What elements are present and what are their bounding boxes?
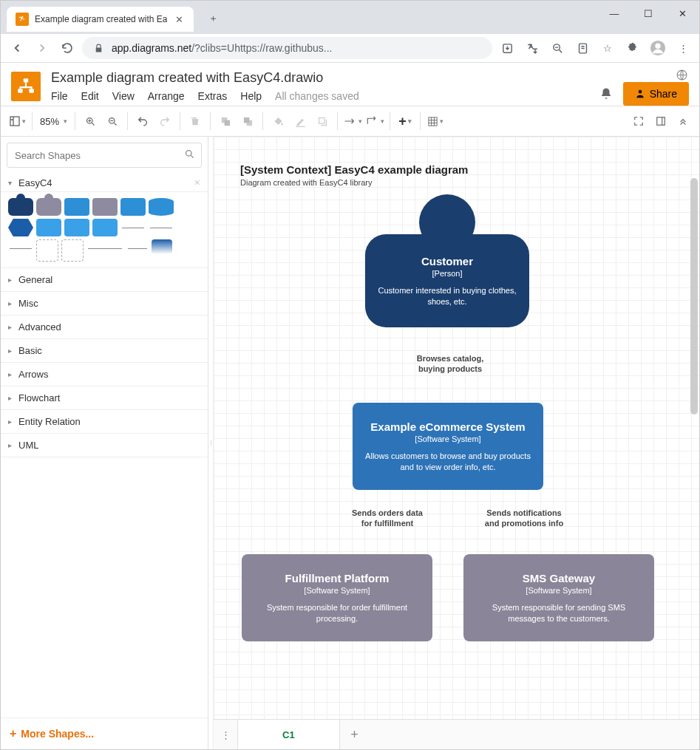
- section-uml[interactable]: ▸UML: [1, 434, 208, 457]
- language-icon[interactable]: [674, 67, 689, 82]
- reader-icon[interactable]: [572, 38, 593, 58]
- splitter-handle[interactable]: ⁝: [208, 137, 214, 749]
- back-button[interactable]: [7, 38, 27, 58]
- section-arrows[interactable]: ▸Arrows: [1, 363, 208, 386]
- menu-edit[interactable]: Edit: [81, 90, 99, 102]
- shadow-button[interactable]: [312, 111, 333, 132]
- omnibox[interactable]: app.diagrams.net/?clibs=Uhttps://raw.git…: [82, 37, 492, 59]
- shape-search[interactable]: [7, 143, 202, 168]
- close-window-button[interactable]: ✕: [665, 1, 699, 26]
- translate-icon[interactable]: [522, 38, 543, 58]
- page-tab-c1[interactable]: C1: [238, 720, 340, 749]
- section-flowchart[interactable]: ▸Flowchart: [1, 386, 208, 410]
- svg-rect-10: [10, 117, 19, 126]
- zoom-out-icon[interactable]: [547, 38, 568, 58]
- view-mode-button[interactable]: ▾: [7, 111, 27, 132]
- redo-button[interactable]: [154, 111, 175, 132]
- menu-extras[interactable]: Extras: [198, 90, 228, 102]
- waypoint-button[interactable]: ▾: [364, 111, 385, 132]
- document-title[interactable]: Example diagram created with EasyC4.draw…: [51, 69, 589, 87]
- table-button[interactable]: ▾: [425, 111, 446, 132]
- to-front-button[interactable]: [215, 111, 236, 132]
- shape-relation[interactable]: [120, 219, 146, 236]
- minimize-button[interactable]: —: [597, 1, 631, 26]
- menu-arrange[interactable]: Arrange: [148, 90, 185, 102]
- shape-system-ext[interactable]: [92, 198, 118, 216]
- shape-component3[interactable]: [92, 219, 118, 236]
- menu-file[interactable]: File: [51, 90, 68, 102]
- page-menu-icon[interactable]: ⋮: [214, 720, 238, 749]
- section-entity[interactable]: ▸Entity Relation: [1, 410, 208, 434]
- edge-label-1[interactable]: Browses catalog, buying products: [406, 353, 495, 375]
- insert-button[interactable]: +▾: [395, 111, 415, 132]
- node-customer[interactable]: Customer [Person] Customer interested in…: [365, 234, 529, 327]
- notifications-icon[interactable]: [599, 87, 613, 100]
- section-misc[interactable]: ▸Misc: [1, 292, 208, 316]
- shape-component2[interactable]: [64, 219, 89, 236]
- collapse-button[interactable]: [673, 111, 693, 132]
- shape-relation2[interactable]: [149, 219, 174, 236]
- node-sms[interactable]: SMS Gateway [Software System] System res…: [463, 554, 654, 641]
- shape-component[interactable]: [36, 219, 61, 236]
- to-back-button[interactable]: [237, 111, 258, 132]
- kebab-menu-icon[interactable]: ⋮: [673, 38, 693, 58]
- shape-text2[interactable]: [126, 239, 149, 257]
- shape-boundary[interactable]: [36, 239, 58, 262]
- scrollbar-thumb[interactable]: [690, 178, 698, 415]
- section-basic[interactable]: ▸Basic: [1, 339, 208, 363]
- shape-search-input[interactable]: [13, 149, 184, 162]
- diagram-title[interactable]: [System Context] EasyC4 example diagram: [240, 163, 468, 176]
- palette-header-easyc4[interactable]: ▾ EasyC4 ×: [1, 174, 208, 192]
- favicon-icon: [16, 13, 29, 26]
- fullscreen-button[interactable]: [628, 111, 649, 132]
- edge-label-2[interactable]: Sends orders data for fulfillment: [339, 508, 435, 529]
- shape-container[interactable]: [120, 198, 146, 216]
- share-button[interactable]: Share: [623, 82, 689, 106]
- shape-hex[interactable]: [8, 219, 33, 236]
- diagram-subtitle[interactable]: Diagram created with EasyC4 library: [240, 178, 373, 187]
- shape-text[interactable]: [86, 239, 123, 257]
- zoom-out-button[interactable]: [102, 111, 123, 132]
- menu-view[interactable]: View: [112, 90, 135, 102]
- reload-button[interactable]: [57, 38, 78, 58]
- line-color-button[interactable]: [290, 111, 310, 132]
- browser-tab[interactable]: Example diagram created with Ea ✕: [7, 7, 194, 32]
- zoom-in-button[interactable]: [80, 111, 101, 132]
- node-ecommerce[interactable]: Example eCommerce System [Software Syste…: [353, 403, 543, 490]
- delete-button[interactable]: [185, 111, 205, 132]
- extensions-icon[interactable]: [622, 38, 643, 58]
- new-tab-button[interactable]: ＋: [203, 8, 223, 29]
- connection-button[interactable]: ▾: [342, 111, 363, 132]
- shape-system[interactable]: [64, 198, 89, 216]
- forward-button[interactable]: [32, 38, 52, 58]
- install-app-icon[interactable]: [497, 38, 517, 58]
- maximize-button[interactable]: ☐: [631, 1, 665, 26]
- profile-icon[interactable]: [648, 38, 668, 58]
- close-palette-icon[interactable]: ×: [194, 177, 200, 188]
- undo-button[interactable]: [132, 111, 153, 132]
- more-shapes-button[interactable]: +More Shapes...: [1, 717, 208, 749]
- svg-rect-19: [657, 117, 665, 126]
- edge-label-3[interactable]: Sends notifications and promotions info: [472, 508, 576, 529]
- shape-legend[interactable]: [152, 239, 172, 254]
- shape-person[interactable]: [8, 198, 33, 216]
- canvas[interactable]: [System Context] EasyC4 example diagram …: [214, 137, 699, 719]
- node-fulfillment[interactable]: Fulfillment Platform [Software System] S…: [242, 554, 432, 641]
- shape-relation3[interactable]: [8, 239, 33, 257]
- close-tab-icon[interactable]: ✕: [173, 13, 185, 25]
- sidebar: ▾ EasyC4 ×: [1, 137, 208, 749]
- section-advanced[interactable]: ▸Advanced: [1, 316, 208, 339]
- app-logo-icon[interactable]: [11, 72, 41, 101]
- add-page-button[interactable]: +: [340, 727, 370, 743]
- menu-help[interactable]: Help: [240, 90, 262, 102]
- shape-boundary2[interactable]: [61, 239, 84, 262]
- url-text: app.diagrams.net/?clibs=Uhttps://raw.git…: [112, 42, 332, 54]
- format-panel-button[interactable]: [650, 111, 671, 132]
- fill-color-button[interactable]: [268, 111, 288, 132]
- bookmark-icon[interactable]: ☆: [597, 38, 618, 58]
- shape-database[interactable]: [149, 198, 174, 216]
- zoom-select[interactable]: 85%▾: [37, 116, 70, 127]
- search-icon[interactable]: [184, 149, 195, 162]
- section-general[interactable]: ▸General: [1, 268, 208, 292]
- shape-person-ext[interactable]: [36, 198, 61, 216]
